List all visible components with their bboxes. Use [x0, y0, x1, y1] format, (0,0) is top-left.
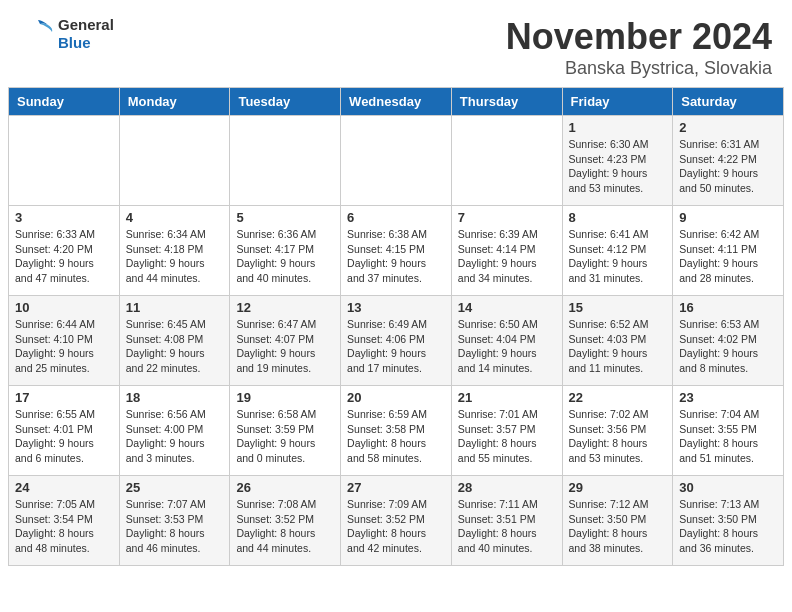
day-info: Sunrise: 6:49 AM Sunset: 4:06 PM Dayligh…: [347, 317, 445, 376]
day-info: Sunrise: 6:33 AM Sunset: 4:20 PM Dayligh…: [15, 227, 113, 286]
logo: General Blue: [20, 16, 114, 52]
day-info: Sunrise: 6:34 AM Sunset: 4:18 PM Dayligh…: [126, 227, 224, 286]
day-number: 18: [126, 390, 224, 405]
day-info: Sunrise: 6:52 AM Sunset: 4:03 PM Dayligh…: [569, 317, 667, 376]
table-cell: 21Sunrise: 7:01 AM Sunset: 3:57 PM Dayli…: [451, 386, 562, 476]
table-cell: 17Sunrise: 6:55 AM Sunset: 4:01 PM Dayli…: [9, 386, 120, 476]
day-info: Sunrise: 6:44 AM Sunset: 4:10 PM Dayligh…: [15, 317, 113, 376]
header-wednesday: Wednesday: [341, 88, 452, 116]
table-cell: 18Sunrise: 6:56 AM Sunset: 4:00 PM Dayli…: [119, 386, 230, 476]
day-number: 6: [347, 210, 445, 225]
day-info: Sunrise: 7:08 AM Sunset: 3:52 PM Dayligh…: [236, 497, 334, 556]
day-info: Sunrise: 7:07 AM Sunset: 3:53 PM Dayligh…: [126, 497, 224, 556]
page-header: General Blue November 2024 Banska Bystri…: [0, 0, 792, 87]
month-title: November 2024: [506, 16, 772, 58]
table-cell: [341, 116, 452, 206]
day-number: 9: [679, 210, 777, 225]
day-number: 14: [458, 300, 556, 315]
day-number: 13: [347, 300, 445, 315]
day-number: 12: [236, 300, 334, 315]
day-number: 19: [236, 390, 334, 405]
table-cell: [9, 116, 120, 206]
day-number: 22: [569, 390, 667, 405]
day-number: 17: [15, 390, 113, 405]
day-number: 1: [569, 120, 667, 135]
day-number: 23: [679, 390, 777, 405]
day-info: Sunrise: 6:50 AM Sunset: 4:04 PM Dayligh…: [458, 317, 556, 376]
day-number: 3: [15, 210, 113, 225]
table-cell: 5Sunrise: 6:36 AM Sunset: 4:17 PM Daylig…: [230, 206, 341, 296]
day-info: Sunrise: 6:55 AM Sunset: 4:01 PM Dayligh…: [15, 407, 113, 466]
week-row-3: 10Sunrise: 6:44 AM Sunset: 4:10 PM Dayli…: [9, 296, 784, 386]
day-info: Sunrise: 6:31 AM Sunset: 4:22 PM Dayligh…: [679, 137, 777, 196]
header-monday: Monday: [119, 88, 230, 116]
day-number: 7: [458, 210, 556, 225]
table-cell: 29Sunrise: 7:12 AM Sunset: 3:50 PM Dayli…: [562, 476, 673, 566]
header-saturday: Saturday: [673, 88, 784, 116]
logo-general: General: [58, 16, 114, 34]
table-cell: 10Sunrise: 6:44 AM Sunset: 4:10 PM Dayli…: [9, 296, 120, 386]
day-info: Sunrise: 6:47 AM Sunset: 4:07 PM Dayligh…: [236, 317, 334, 376]
week-row-5: 24Sunrise: 7:05 AM Sunset: 3:54 PM Dayli…: [9, 476, 784, 566]
day-info: Sunrise: 6:45 AM Sunset: 4:08 PM Dayligh…: [126, 317, 224, 376]
table-cell: 28Sunrise: 7:11 AM Sunset: 3:51 PM Dayli…: [451, 476, 562, 566]
table-cell: 20Sunrise: 6:59 AM Sunset: 3:58 PM Dayli…: [341, 386, 452, 476]
table-cell: 30Sunrise: 7:13 AM Sunset: 3:50 PM Dayli…: [673, 476, 784, 566]
day-number: 21: [458, 390, 556, 405]
logo-blue: Blue: [58, 34, 114, 52]
table-cell: 4Sunrise: 6:34 AM Sunset: 4:18 PM Daylig…: [119, 206, 230, 296]
day-number: 27: [347, 480, 445, 495]
day-number: 2: [679, 120, 777, 135]
day-number: 5: [236, 210, 334, 225]
day-info: Sunrise: 6:53 AM Sunset: 4:02 PM Dayligh…: [679, 317, 777, 376]
day-info: Sunrise: 7:13 AM Sunset: 3:50 PM Dayligh…: [679, 497, 777, 556]
table-cell: 19Sunrise: 6:58 AM Sunset: 3:59 PM Dayli…: [230, 386, 341, 476]
table-cell: 23Sunrise: 7:04 AM Sunset: 3:55 PM Dayli…: [673, 386, 784, 476]
day-number: 4: [126, 210, 224, 225]
table-cell: 15Sunrise: 6:52 AM Sunset: 4:03 PM Dayli…: [562, 296, 673, 386]
calendar-body: 1Sunrise: 6:30 AM Sunset: 4:23 PM Daylig…: [9, 116, 784, 566]
table-cell: [119, 116, 230, 206]
table-cell: 3Sunrise: 6:33 AM Sunset: 4:20 PM Daylig…: [9, 206, 120, 296]
table-cell: 26Sunrise: 7:08 AM Sunset: 3:52 PM Dayli…: [230, 476, 341, 566]
table-cell: 27Sunrise: 7:09 AM Sunset: 3:52 PM Dayli…: [341, 476, 452, 566]
table-cell: 12Sunrise: 6:47 AM Sunset: 4:07 PM Dayli…: [230, 296, 341, 386]
day-number: 10: [15, 300, 113, 315]
day-info: Sunrise: 6:38 AM Sunset: 4:15 PM Dayligh…: [347, 227, 445, 286]
day-info: Sunrise: 6:56 AM Sunset: 4:00 PM Dayligh…: [126, 407, 224, 466]
table-cell: 14Sunrise: 6:50 AM Sunset: 4:04 PM Dayli…: [451, 296, 562, 386]
table-cell: 25Sunrise: 7:07 AM Sunset: 3:53 PM Dayli…: [119, 476, 230, 566]
day-number: 8: [569, 210, 667, 225]
table-cell: 2Sunrise: 6:31 AM Sunset: 4:22 PM Daylig…: [673, 116, 784, 206]
day-info: Sunrise: 7:04 AM Sunset: 3:55 PM Dayligh…: [679, 407, 777, 466]
logo-bird-icon: [20, 16, 56, 52]
day-number: 11: [126, 300, 224, 315]
day-info: Sunrise: 6:36 AM Sunset: 4:17 PM Dayligh…: [236, 227, 334, 286]
week-row-4: 17Sunrise: 6:55 AM Sunset: 4:01 PM Dayli…: [9, 386, 784, 476]
day-info: Sunrise: 6:41 AM Sunset: 4:12 PM Dayligh…: [569, 227, 667, 286]
day-info: Sunrise: 7:05 AM Sunset: 3:54 PM Dayligh…: [15, 497, 113, 556]
week-row-1: 1Sunrise: 6:30 AM Sunset: 4:23 PM Daylig…: [9, 116, 784, 206]
day-info: Sunrise: 7:12 AM Sunset: 3:50 PM Dayligh…: [569, 497, 667, 556]
day-info: Sunrise: 6:39 AM Sunset: 4:14 PM Dayligh…: [458, 227, 556, 286]
table-cell: 1Sunrise: 6:30 AM Sunset: 4:23 PM Daylig…: [562, 116, 673, 206]
table-cell: 7Sunrise: 6:39 AM Sunset: 4:14 PM Daylig…: [451, 206, 562, 296]
day-number: 26: [236, 480, 334, 495]
day-number: 29: [569, 480, 667, 495]
header-sunday: Sunday: [9, 88, 120, 116]
title-section: November 2024 Banska Bystrica, Slovakia: [506, 16, 772, 79]
day-info: Sunrise: 7:02 AM Sunset: 3:56 PM Dayligh…: [569, 407, 667, 466]
header-tuesday: Tuesday: [230, 88, 341, 116]
table-cell: 22Sunrise: 7:02 AM Sunset: 3:56 PM Dayli…: [562, 386, 673, 476]
header-thursday: Thursday: [451, 88, 562, 116]
day-info: Sunrise: 6:59 AM Sunset: 3:58 PM Dayligh…: [347, 407, 445, 466]
day-info: Sunrise: 6:30 AM Sunset: 4:23 PM Dayligh…: [569, 137, 667, 196]
day-number: 28: [458, 480, 556, 495]
day-number: 24: [15, 480, 113, 495]
day-number: 25: [126, 480, 224, 495]
day-info: Sunrise: 7:11 AM Sunset: 3:51 PM Dayligh…: [458, 497, 556, 556]
table-cell: [230, 116, 341, 206]
header-friday: Friday: [562, 88, 673, 116]
table-cell: 9Sunrise: 6:42 AM Sunset: 4:11 PM Daylig…: [673, 206, 784, 296]
day-number: 30: [679, 480, 777, 495]
